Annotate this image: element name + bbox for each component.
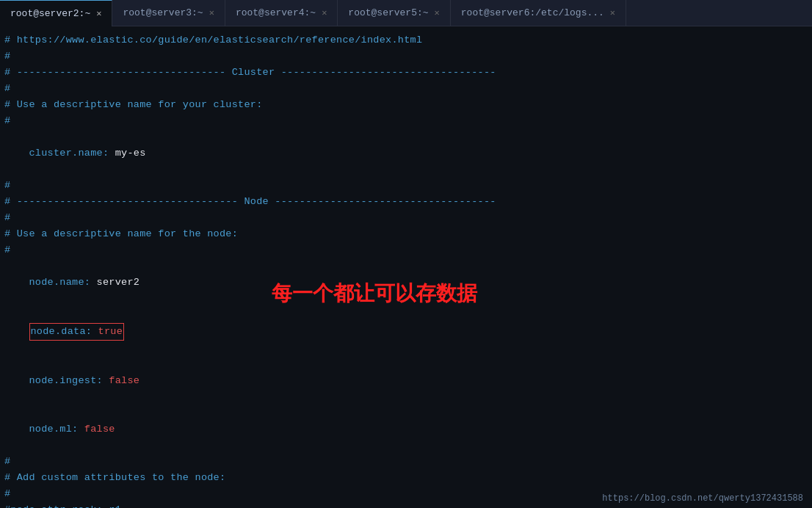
val-cluster-name: my-es xyxy=(115,148,146,159)
tab-server4[interactable]: root@server4:~ ✕ xyxy=(225,0,338,26)
line-3: # ---------------------------------- Clu… xyxy=(4,65,808,81)
line-18: # Add custom attributes to the node: xyxy=(4,470,808,486)
tab-server2[interactable]: root@server2:~ ✕ xyxy=(0,0,112,26)
val-node-ml: false xyxy=(84,424,115,435)
line-node-name: node.name: server2 xyxy=(4,258,808,307)
tab-server6-close[interactable]: ✕ xyxy=(610,7,615,18)
line-11: # Use a descriptive name for the node: xyxy=(4,226,808,242)
colon-cluster: : xyxy=(103,148,115,159)
footer-url: https://blog.csdn.net/qwerty1372431588 xyxy=(602,493,803,504)
tab-server5-close[interactable]: ✕ xyxy=(435,7,440,18)
line-9: # ------------------------------------ N… xyxy=(4,194,808,210)
line-10: # xyxy=(4,210,808,226)
node-data-highlight: node.data: true xyxy=(29,323,125,341)
key-node-name: node.name xyxy=(29,277,84,288)
key-node-ingest: node.ingest xyxy=(29,375,97,386)
tab-server3[interactable]: root@server3:~ ✕ xyxy=(112,0,225,26)
tab-server4-label: root@server4:~ xyxy=(236,7,316,18)
line-node-ml: node.ml: false xyxy=(4,405,808,454)
terminal: # https://www.elastic.co/guide/en/elasti… xyxy=(0,26,812,508)
line-node-ingest: node.ingest: false xyxy=(4,357,808,405)
line-cluster-name: cluster.name: my-es xyxy=(4,129,808,178)
line-12: # xyxy=(4,242,808,258)
val-node-name: server2 xyxy=(97,277,140,288)
val-node-ingest: false xyxy=(109,375,139,386)
key-cluster-name: cluster.name xyxy=(29,148,103,159)
tab-server5-label: root@server5:~ xyxy=(348,7,428,18)
tab-server4-close[interactable]: ✕ xyxy=(322,7,327,18)
val-node-data: true xyxy=(98,326,123,337)
tab-server5[interactable]: root@server5:~ ✕ xyxy=(338,0,450,26)
line-5: # Use a descriptive name for your cluste… xyxy=(4,97,808,113)
key-node-ml: node.ml xyxy=(29,424,73,435)
line-4: # xyxy=(4,81,808,97)
tab-server3-close[interactable]: ✕ xyxy=(209,7,214,18)
tab-server6-label: root@server6:/etc/logs... xyxy=(461,7,604,18)
line-6: # xyxy=(4,113,808,129)
key-node-data: node.data xyxy=(31,326,86,337)
line-1: # https://www.elastic.co/guide/en/elasti… xyxy=(4,32,808,48)
line-2: # xyxy=(4,48,808,65)
line-17: # xyxy=(4,454,808,470)
line-8: # xyxy=(4,178,808,194)
tab-server3-label: root@server3:~ xyxy=(123,7,203,18)
tab-bar: root@server2:~ ✕ root@server3:~ ✕ root@s… xyxy=(0,0,812,26)
line-node-data: node.data: true xyxy=(4,307,808,357)
tab-server2-close[interactable]: ✕ xyxy=(96,8,101,19)
tab-server2-label: root@server2:~ xyxy=(10,8,90,19)
tab-server6[interactable]: root@server6:/etc/logs... ✕ xyxy=(451,0,626,26)
